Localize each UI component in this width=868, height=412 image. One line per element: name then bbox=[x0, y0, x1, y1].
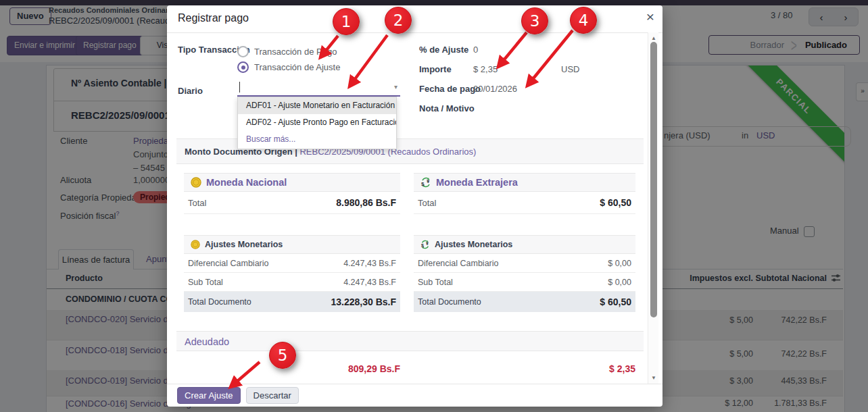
foreign-panel: $ ¥ Moneda Extrajera Total $ 60,50 $ ¥ bbox=[414, 173, 635, 312]
radio-payment-label: Transacción de Pago bbox=[254, 47, 337, 57]
adjustments-title: Ajustes Monetarios bbox=[435, 240, 512, 249]
dropdown-item-search-more[interactable]: Buscar más... bbox=[238, 131, 396, 147]
scroll-up-icon[interactable]: ▲ bbox=[648, 35, 659, 41]
note-label: Nota / Motivo bbox=[419, 103, 475, 113]
close-icon[interactable]: × bbox=[646, 9, 654, 24]
adj-row-value: $ 0,00 bbox=[608, 259, 631, 268]
radio-on-icon[interactable] bbox=[237, 61, 249, 73]
svg-text:$: $ bbox=[421, 243, 424, 249]
chevron-down-icon[interactable]: ▾ bbox=[394, 83, 397, 91]
national-panel: Moneda Nacional Total 8.980,86 Bs.F Ajus… bbox=[184, 173, 400, 312]
adj-row-label: Diferencial Cambiario bbox=[188, 259, 269, 268]
journal-input[interactable]: ▾ bbox=[237, 80, 400, 97]
modal-scrollbar[interactable]: ▲ ▼ bbox=[648, 32, 658, 384]
radio-adjustment-option[interactable]: Transacción de Ajuste bbox=[237, 61, 340, 73]
currency-exchange-icon: $ ¥ bbox=[420, 240, 430, 249]
adjust-pct-label: % de Ajuste bbox=[419, 45, 468, 55]
discard-button[interactable]: Descartar bbox=[246, 387, 299, 404]
total-doc-label: Total Documento bbox=[188, 297, 251, 307]
callout-badge-1: 1 bbox=[333, 8, 360, 35]
journal-dropdown: ADF01 - Ajuste Monetario en Facturación … bbox=[237, 97, 397, 149]
adjustments-title: Ajustes Monetarios bbox=[205, 240, 283, 249]
svg-text:¥: ¥ bbox=[426, 241, 429, 246]
payment-date-label: Fecha de pago bbox=[419, 84, 481, 94]
national-title: Moneda Nacional bbox=[206, 177, 287, 188]
amount-value[interactable]: $ 2,35 bbox=[473, 64, 498, 74]
total-value: 8.980,86 Bs.F bbox=[336, 197, 396, 208]
svg-text:$: $ bbox=[421, 181, 425, 187]
coin-icon bbox=[191, 240, 200, 249]
adj-row-value: 4.247,43 Bs.F bbox=[343, 278, 396, 287]
adj-row-label: Sub Total bbox=[418, 278, 453, 287]
screen: Nuevo Recaudos Condominiales Ordinarios … bbox=[0, 0, 868, 412]
amount-label: Importe bbox=[419, 64, 452, 74]
scroll-down-icon[interactable]: ▼ bbox=[648, 375, 659, 381]
callout-badge-5: 5 bbox=[269, 342, 296, 369]
adjust-pct-value[interactable]: 0 bbox=[473, 45, 478, 55]
scrollbar-thumb[interactable] bbox=[650, 42, 657, 317]
radio-adjustment-label: Transacción de Ajuste bbox=[254, 62, 340, 72]
callout-badge-2: 2 bbox=[385, 7, 412, 34]
register-payment-modal: Registrar pago × Tipo Transaccion Transa… bbox=[167, 5, 662, 407]
currency-exchange-icon: $ ¥ bbox=[420, 177, 431, 188]
total-doc-value: 13.228,30 Bs.F bbox=[331, 297, 396, 307]
adj-row-label: Sub Total bbox=[188, 278, 223, 287]
total-label: Total bbox=[188, 198, 206, 208]
dropdown-item-adf02[interactable]: ADF02 - Ajuste Pronto Pago en Facturació… bbox=[238, 114, 396, 131]
adj-row-value: $ 0,00 bbox=[608, 278, 631, 287]
due-foreign-value: $ 2,35 bbox=[537, 363, 635, 374]
coin-icon bbox=[191, 177, 201, 188]
radio-off-icon[interactable] bbox=[237, 46, 249, 57]
total-value: $ 60,50 bbox=[600, 197, 631, 208]
dropdown-item-adf01[interactable]: ADF01 - Ajuste Monetario en Facturación bbox=[238, 97, 396, 114]
foreign-title: Moneda Extrajera bbox=[436, 177, 518, 188]
svg-text:¥: ¥ bbox=[427, 178, 430, 184]
total-doc-value: $ 60,50 bbox=[600, 297, 631, 307]
modal-title: Registrar pago bbox=[178, 12, 249, 24]
due-national-value: 809,29 Bs.F bbox=[302, 363, 400, 374]
adj-row-label: Diferencial Cambiario bbox=[418, 259, 499, 268]
due-band: Adeudado bbox=[176, 331, 644, 351]
radio-payment-option[interactable]: Transacción de Pago bbox=[237, 46, 337, 57]
payment-date-value[interactable]: 20/01/2026 bbox=[473, 84, 517, 94]
adj-row-value: 4.247,43 Bs.F bbox=[343, 259, 396, 268]
callout-badge-4: 4 bbox=[570, 7, 597, 34]
total-label: Total bbox=[418, 198, 436, 208]
callout-badge-3: 3 bbox=[521, 7, 548, 34]
total-doc-label: Total Documento bbox=[418, 297, 481, 307]
text-cursor bbox=[239, 82, 240, 93]
modal-footer: Crear Ajuste Descartar bbox=[167, 384, 662, 407]
journal-label: Diario bbox=[178, 86, 203, 96]
create-adjustment-button[interactable]: Crear Ajuste bbox=[177, 387, 241, 404]
amount-currency[interactable]: USD bbox=[561, 64, 579, 74]
